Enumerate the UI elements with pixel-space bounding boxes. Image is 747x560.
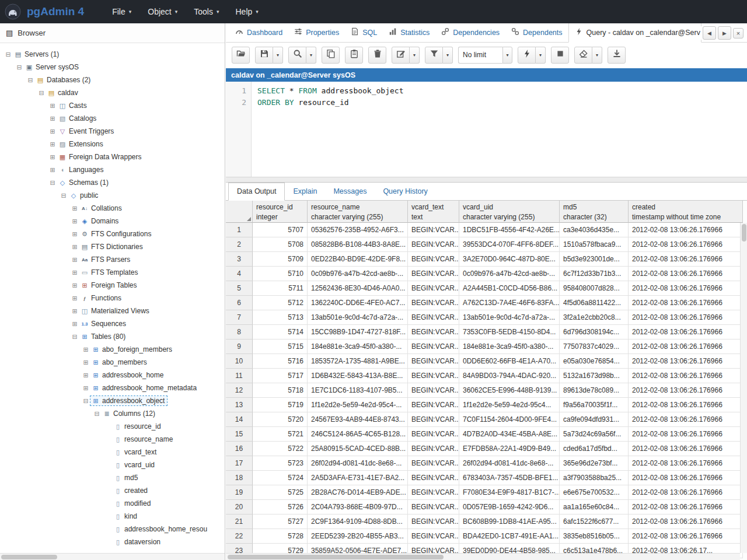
data-cell[interactable]: 15CC98B9-1D47-4727-818F... [308, 325, 408, 340]
row-number-cell[interactable]: 5 [226, 281, 253, 296]
find-button[interactable] [288, 47, 306, 64]
tree-node-fts-dictionaries[interactable]: ⊞▤FTS Dictionaries [0, 240, 225, 253]
row-number-cell[interactable]: 1 [226, 223, 253, 237]
column-header-vcard-uid[interactable]: vcard_uidcharacter varying (255) [459, 201, 560, 223]
data-cell[interactable]: BEGIN:VCAR... [408, 514, 459, 529]
tree-node-collations[interactable]: ⊞A↓Collations [0, 202, 225, 215]
tree-node-abo-foreign-members[interactable]: ⊞⊞abo_foreign_members [0, 343, 225, 356]
data-cell[interactable]: f9a56a70035f1f... [560, 398, 629, 412]
expand-icon[interactable]: ⊞ [70, 320, 79, 328]
expand-icon[interactable]: ⊞ [81, 372, 90, 379]
data-cell[interactable]: 13ab501e-9c0d-4c7d-a72a-... [308, 310, 408, 325]
data-cell[interactable]: 2012-02-08 13:06:26.176966 [629, 485, 743, 500]
data-cell[interactable]: 2012-02-08 13:06:26.176966 [629, 471, 743, 485]
data-cell[interactable]: 2012-02-08 13:06:26.176966 [629, 267, 743, 281]
data-cell[interactable]: 5710 [253, 267, 308, 281]
expand-icon[interactable]: ⊞ [81, 384, 90, 392]
tree-node-functions[interactable]: ⊞ƒFunctions [0, 292, 225, 304]
tree-node-vcard-text[interactable]: ▯vcard_text [0, 446, 225, 459]
data-cell[interactable]: 2012-02-08 13:06:26.176966 [629, 369, 743, 383]
data-cell[interactable]: 5723 [253, 456, 308, 471]
row-number-cell[interactable]: 10 [226, 354, 253, 369]
data-cell[interactable]: 2012-02-08 13:06:26.176966 [629, 281, 743, 296]
editor-code-area[interactable]: SELECT * FROM addressbook_objectORDER BY… [252, 82, 747, 177]
tree-node-addressbook-home-resou[interactable]: ▯addressbook_home_resou [0, 523, 225, 536]
data-cell[interactable]: ca9fe094dfd931... [560, 412, 629, 427]
tab-sql[interactable]: SQL [345, 23, 383, 42]
tree-node-tables-80[interactable]: ⊟⊞Tables (80) [0, 330, 225, 343]
tab-statistics[interactable]: Statistics [383, 23, 435, 42]
data-cell[interactable]: 0ED22B40-BD9E-42DE-9F8... [308, 252, 408, 267]
filter-button[interactable] [425, 47, 443, 64]
open-file-button[interactable] [232, 47, 250, 64]
data-cell[interactable]: 1853572A-1735-4881-A9BE... [308, 354, 408, 369]
data-cell[interactable]: 2012-02-08 13:06:26.176966 [629, 237, 743, 252]
collapse-icon[interactable]: ⊟ [37, 89, 46, 97]
data-cell[interactable]: 5721 [253, 427, 308, 442]
tree-node-domains[interactable]: ⊞◈Domains [0, 215, 225, 228]
data-cell[interactable]: BEGIN:VCAR... [408, 427, 459, 442]
tree-node-modified[interactable]: ▯modified [0, 497, 225, 510]
expand-icon[interactable]: ⊞ [48, 153, 57, 161]
tab-scroll-right-button[interactable]: ▶ [718, 26, 731, 40]
tree-node-caldav[interactable]: ⊟▤caldav [0, 86, 225, 99]
data-cell[interactable]: BEGIN:VCAR... [408, 252, 459, 267]
data-cell[interactable]: 5726 [253, 500, 308, 514]
expand-icon[interactable]: ⊞ [70, 282, 79, 289]
tree-node-casts[interactable]: ⊞◫Casts [0, 99, 225, 112]
row-number-cell[interactable]: 15 [226, 427, 253, 442]
data-cell[interactable]: 84A9BD03-794A-4DAC-920... [459, 369, 560, 383]
data-cell[interactable]: 1E7C1DC6-1183-4107-9B5... [308, 383, 408, 398]
data-cell[interactable]: 1D6B432E-5843-413A-B8E... [308, 369, 408, 383]
data-cell[interactable]: BEGIN:VCAR... [408, 237, 459, 252]
data-cell[interactable]: BEGIN:VCAR... [408, 500, 459, 514]
expand-icon[interactable]: ⊞ [48, 128, 57, 135]
output-tab-explain[interactable]: Explain [285, 183, 325, 200]
data-cell[interactable]: BEGIN:VCAR... [408, 383, 459, 398]
tree-node-dataversion[interactable]: ▯dataversion [0, 536, 225, 548]
tab-scroll-left-button[interactable]: ◀ [703, 26, 716, 40]
data-cell[interactable]: 5712 [253, 296, 308, 310]
tree-node-languages[interactable]: ⊞◖Languages [0, 163, 225, 176]
data-cell[interactable]: 2A5D3AFA-E731-41E7-BA2... [308, 471, 408, 485]
data-cell[interactable]: A2A445B1-C0CD-4D56-B86... [459, 281, 560, 296]
data-cell[interactable]: 365e96d2e73bf... [560, 456, 629, 471]
stop-button[interactable] [551, 47, 569, 64]
expand-icon[interactable]: ⊞ [70, 218, 79, 225]
collapse-icon[interactable]: ⊟ [26, 76, 35, 84]
tree-node-schemas-1[interactable]: ⊟◇Schemas (1) [0, 176, 225, 189]
data-cell[interactable]: 6d796d308194c... [560, 325, 629, 340]
tree-node-md5[interactable]: ▯md5 [0, 471, 225, 484]
data-cell[interactable]: E7FDB58A-22A1-49D9-B49... [459, 442, 560, 456]
data-cell[interactable]: 2012-02-08 13:06:26.176966 [629, 383, 743, 398]
data-cell[interactable]: 5724 [253, 471, 308, 485]
data-cell[interactable]: BEGIN:VCAR... [408, 340, 459, 354]
row-number-cell[interactable]: 16 [226, 442, 253, 456]
collapse-icon[interactable]: ⊟ [81, 397, 90, 405]
tree-node-addressbook-home[interactable]: ⊞⊞addressbook_home [0, 369, 225, 382]
tree-node-abo-members[interactable]: ⊞⊞abo_members [0, 356, 225, 369]
data-cell[interactable]: 5714 [253, 325, 308, 340]
data-cell[interactable]: 36062CE5-E996-448B-9139... [459, 383, 560, 398]
expand-icon[interactable]: ⊞ [70, 230, 79, 238]
tree-node-materialized-views[interactable]: ⊞◫Materialized Views [0, 304, 225, 317]
grid-vertical-scrollbar[interactable] [740, 223, 747, 553]
grid-horizontal-scrollbar[interactable] [226, 553, 740, 560]
tree-node-trashed[interactable]: ▯trashed [0, 548, 225, 552]
data-cell[interactable]: 5717 [253, 369, 308, 383]
browser-horizontal-scrollbar[interactable] [0, 553, 225, 560]
grid-vscroll-thumb[interactable] [742, 224, 746, 242]
tree-node-databases-2[interactable]: ⊟▤Databases (2) [0, 74, 225, 86]
data-cell[interactable]: 5718 [253, 383, 308, 398]
data-cell[interactable]: 3f2a1e2cbb20c8... [560, 310, 629, 325]
menu-object[interactable]: Object▾ [139, 1, 186, 22]
column-header-resource-name[interactable]: resource_namecharacter varying (255) [308, 201, 408, 223]
data-cell[interactable]: 5132a1673d98b... [560, 369, 629, 383]
expand-icon[interactable]: ⊞ [70, 269, 79, 276]
data-cell[interactable]: 2EED5239-2B20-4B55-AB3... [308, 529, 408, 544]
data-cell[interactable]: 89613de78c089... [560, 383, 629, 398]
menu-file[interactable]: File▾ [104, 1, 139, 22]
tab-properties[interactable]: Properties [288, 23, 345, 42]
tree-node-sequences[interactable]: ⊞1.3Sequences [0, 317, 225, 330]
data-cell[interactable]: BEGIN:VCAR... [408, 412, 459, 427]
